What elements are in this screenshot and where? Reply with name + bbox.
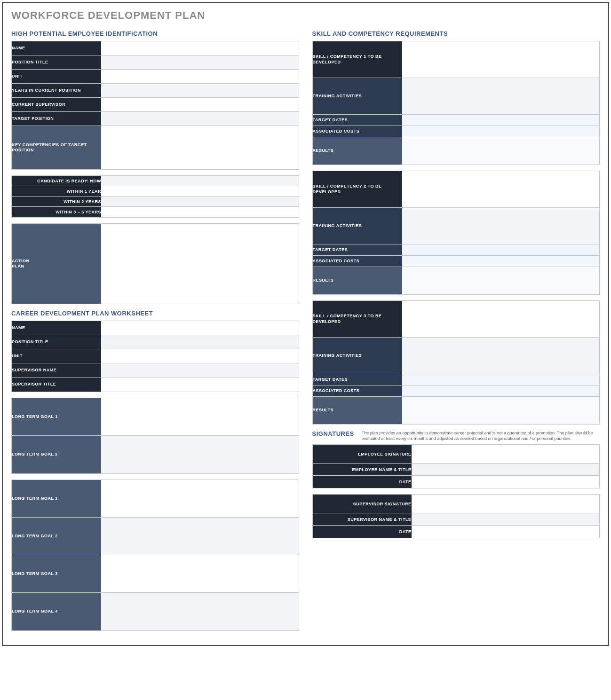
input-sc2-costs[interactable] (402, 256, 600, 267)
input-sc2-results[interactable] (402, 267, 600, 294)
label-current-supervisor: CURRENT SUPERVISOR (12, 98, 101, 112)
input-ready-3to5years[interactable] (101, 207, 299, 217)
high-potential-table: NAME POSITION TITLE UNIT YEARS IN CURREN… (11, 41, 299, 170)
long-term-goals-a-table: LONG TERM GOAL 1 LONG TERM GOAL 2 (11, 398, 299, 474)
input-sc3-training[interactable] (402, 338, 600, 374)
label-target-position: TARGET POSITION (12, 112, 101, 126)
section-skill-title: SKILL AND COMPETENCY REQUIREMENTS (312, 30, 600, 37)
input-ltg1a[interactable] (101, 398, 299, 436)
label-name: NAME (12, 41, 101, 55)
label-ready-1year: WITHIN 1 YEAR (12, 186, 101, 197)
input-sc3-results[interactable] (402, 397, 600, 424)
label-sc3-dates: TARGET DATES (313, 374, 402, 385)
document-title: WORKFORCE DEVELOPMENT PLAN (11, 9, 600, 22)
input-ltg1b[interactable] (101, 480, 299, 518)
input-ltg4b[interactable] (101, 593, 299, 630)
label-ready-now: CANDIDATE IS READY: NOW (12, 176, 101, 186)
label-c-supervisor-title: SUPERVISOR TITLE (12, 378, 101, 392)
input-sc1-results[interactable] (402, 137, 600, 165)
input-sc1-training[interactable] (402, 78, 600, 115)
input-sc1-dates[interactable] (402, 115, 600, 126)
section-career-dev-title: CAREER DEVELOPMENT PLAN WORKSHEET (11, 310, 299, 317)
label-years-in-position: YEARS IN CURRENT POSITION (12, 84, 101, 98)
input-ready-2years[interactable] (101, 197, 299, 207)
input-ltg2a[interactable] (101, 436, 299, 473)
label-ltg2a: LONG TERM GOAL 2 (12, 436, 101, 473)
label-sc2-dates: TARGET DATES (313, 244, 402, 256)
label-employee-date: DATE (313, 476, 412, 488)
label-c-supervisor-name: SUPERVISOR NAME (12, 363, 101, 378)
input-sc1-skill[interactable] (402, 41, 600, 78)
label-key-competencies: KEY COMPETENCIES OF TARGET POSITION (12, 126, 101, 169)
right-column: SKILL AND COMPETENCY REQUIREMENTS SKILL … (312, 27, 600, 544)
input-employee-name-title[interactable] (412, 464, 600, 476)
page-frame: WORKFORCE DEVELOPMENT PLAN HIGH POTENTIA… (2, 2, 609, 646)
input-target-position[interactable] (101, 112, 299, 126)
input-sc1-costs[interactable] (402, 126, 600, 137)
input-supervisor-date[interactable] (412, 526, 600, 538)
input-c-supervisor-name[interactable] (101, 363, 299, 378)
label-ltg4b: LONG TERM GOAL 4 (12, 593, 101, 630)
section-high-potential-title: HIGH POTENTIAL EMPLOYEE IDENTIFICATION (11, 30, 299, 37)
input-c-name[interactable] (101, 321, 299, 335)
two-column-layout: HIGH POTENTIAL EMPLOYEE IDENTIFICATION N… (11, 27, 600, 637)
input-c-position[interactable] (101, 335, 299, 349)
input-ready-now[interactable] (101, 176, 299, 186)
label-sc3-results: RESULTS (313, 397, 402, 424)
label-ltg1b: LONG TERM GOAL 1 (12, 480, 101, 518)
input-action-plan[interactable] (101, 224, 299, 304)
readiness-table: CANDIDATE IS READY: NOW WITHIN 1 YEAR WI… (11, 175, 299, 218)
label-sc3-costs: ASSOCIATED COSTS (313, 385, 402, 397)
input-sc2-skill[interactable] (402, 171, 600, 208)
label-supervisor-name-title: SUPERVISOR NAME & TITLE (313, 513, 412, 526)
input-sc2-training[interactable] (402, 208, 600, 244)
label-sc3-training: TRAINING ACTIVITIES (313, 338, 402, 374)
input-unit[interactable] (101, 70, 299, 84)
label-c-unit: UNIT (12, 349, 101, 363)
input-supervisor-signature[interactable] (412, 495, 600, 513)
input-c-unit[interactable] (101, 349, 299, 363)
competency-3-table: SKILL / COMPETENCY 3 TO BE DEVELOPED TRA… (312, 300, 600, 425)
label-sc2: SKILL / COMPETENCY 2 TO BE DEVELOPED (313, 171, 402, 208)
label-supervisor-signature: SUPERVISOR SIGNATURE (313, 495, 412, 513)
long-term-goals-b-table: LONG TERM GOAL 1 LONG TERM GOAL 2 LONG T… (11, 480, 299, 631)
input-employee-signature[interactable] (412, 445, 600, 464)
label-sc3: SKILL / COMPETENCY 3 TO BE DEVELOPED (313, 301, 402, 338)
label-position-title: POSITION TITLE (12, 55, 101, 70)
label-employee-name-title: EMPLOYEE NAME & TITLE (313, 464, 412, 476)
input-key-competencies[interactable] (101, 126, 299, 169)
input-current-supervisor[interactable] (101, 98, 299, 112)
label-sc1-results: RESULTS (313, 137, 402, 165)
label-unit: UNIT (12, 70, 101, 84)
section-signatures-title: SIGNATURES (312, 430, 354, 437)
label-sc1-dates: TARGET DATES (313, 115, 402, 126)
label-sc2-costs: ASSOCIATED COSTS (313, 256, 402, 267)
input-ready-1year[interactable] (101, 186, 299, 197)
input-c-supervisor-title[interactable] (101, 378, 299, 392)
label-supervisor-date: DATE (313, 526, 412, 538)
label-sc2-training: TRAINING ACTIVITIES (313, 208, 402, 244)
input-sc3-dates[interactable] (402, 374, 600, 385)
competency-1-table: SKILL / COMPETENCY 1 TO BE DEVELOPED TRA… (312, 41, 600, 165)
label-employee-signature: EMPLOYEE SIGNATURE (313, 445, 412, 464)
input-employee-date[interactable] (412, 476, 600, 488)
input-years-in-position[interactable] (101, 84, 299, 98)
label-sc1: SKILL / COMPETENCY 1 TO BE DEVELOPED (313, 41, 402, 78)
input-position-title[interactable] (101, 55, 299, 70)
label-sc2-results: RESULTS (313, 267, 402, 294)
input-ltg2b[interactable] (101, 518, 299, 555)
input-ltg3b[interactable] (101, 555, 299, 593)
input-name[interactable] (101, 41, 299, 55)
label-action-plan: ACTION PLAN (12, 224, 101, 304)
label-ltg2b: LONG TERM GOAL 2 (12, 518, 101, 555)
label-ltg3b: LONG TERM GOAL 3 (12, 555, 101, 593)
input-sc3-costs[interactable] (402, 385, 600, 397)
action-plan-table: ACTION PLAN (11, 223, 299, 304)
supervisor-signature-table: SUPERVISOR SIGNATURE SUPERVISOR NAME & T… (312, 494, 600, 538)
label-c-name: NAME (12, 321, 101, 335)
input-sc3-skill[interactable] (402, 301, 600, 338)
signatures-header: SIGNATURES The plan provides an opportun… (312, 430, 600, 441)
left-column: HIGH POTENTIAL EMPLOYEE IDENTIFICATION N… (11, 27, 299, 637)
input-sc2-dates[interactable] (402, 244, 600, 256)
input-supervisor-name-title[interactable] (412, 513, 600, 526)
